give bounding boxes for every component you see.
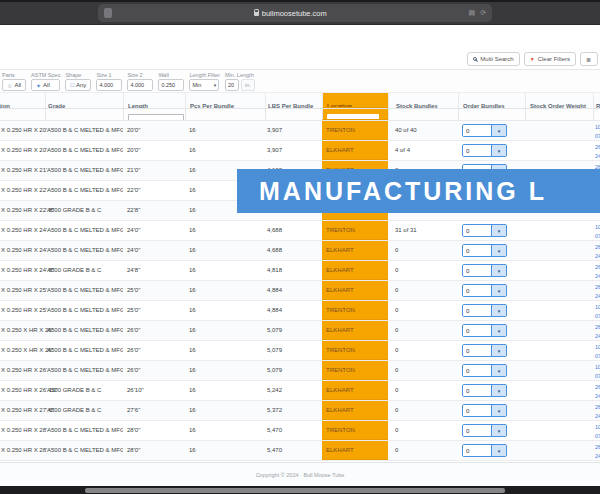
clipped-edge-button[interactable]: ≣ <box>580 52 598 66</box>
rolling-link[interactable]: 24 <box>595 252 600 261</box>
column-header-order-bundles[interactable]: Order Bundles <box>458 93 525 108</box>
filter-input-size-1[interactable] <box>96 79 122 91</box>
location-column-filter-input[interactable] <box>327 114 379 120</box>
cell-weight <box>525 121 593 140</box>
order-bundles-input[interactable] <box>463 405 491 416</box>
rolling-link[interactable]: 10 <box>595 303 600 312</box>
order-bundles-dropdown[interactable]: ▾ <box>491 385 506 396</box>
cell-pcs: 16 <box>185 421 265 440</box>
rolling-link[interactable]: 07 <box>595 352 600 361</box>
order-bundles-input[interactable] <box>463 385 491 396</box>
cell-grade: A500 B & C MELTED & MFG USA <box>45 141 123 160</box>
multi-search-button[interactable]: Multi Search <box>467 52 519 66</box>
order-bundles-input[interactable] <box>463 365 491 376</box>
rolling-link[interactable]: 10 <box>595 363 600 372</box>
column-header-pcs-per-bundle[interactable]: Pcs Per Bundle <box>185 93 265 108</box>
order-bundles-dropdown[interactable]: ▾ <box>491 405 506 416</box>
rolling-link[interactable]: 07 <box>595 312 600 321</box>
column-header-length[interactable]: Length <box>123 93 185 108</box>
page-settings-icon[interactable]: ▤ <box>469 9 476 17</box>
browser-url-bar[interactable]: bullmoosetube.com ▤ ⟳ <box>98 4 492 22</box>
column-header-description[interactable]: Description <box>0 93 45 108</box>
rolling-link[interactable]: 24 <box>595 452 600 461</box>
filter-input-size-2[interactable] <box>127 79 153 91</box>
order-bundles-input[interactable] <box>463 225 491 236</box>
cell-location: ELKHART <box>322 401 388 420</box>
cell-desc: X 0.250 HR X 26' 10" <box>0 381 45 400</box>
rolling-links-cell: 1007 <box>593 301 600 320</box>
filter-button-parts[interactable]: ☆All <box>2 79 26 91</box>
rolling-link[interactable]: 24 <box>595 332 600 341</box>
rolling-link[interactable]: 24 <box>595 272 600 281</box>
rolling-link[interactable]: 10 <box>595 423 600 432</box>
rolling-link[interactable]: 24 <box>595 152 600 161</box>
cell-length: 26'0" <box>123 321 185 340</box>
order-bundles-dropdown[interactable]: ▾ <box>491 265 506 276</box>
order-bundles-input[interactable] <box>463 325 491 336</box>
order-bundles-input[interactable] <box>463 285 491 296</box>
order-bundles-dropdown[interactable]: ▾ <box>491 145 506 156</box>
filter-input-wall[interactable] <box>158 79 184 91</box>
rolling-link[interactable]: 07 <box>595 372 600 381</box>
rolling-link[interactable]: 24 <box>595 392 600 401</box>
filter-label: Min. Length <box>225 72 255 78</box>
order-bundles-dropdown[interactable]: ▾ <box>491 245 506 256</box>
rolling-link[interactable]: 26 <box>595 383 600 392</box>
clear-filters-button[interactable]: ▼ Clear Filters <box>524 52 576 66</box>
order-bundles-dropdown[interactable]: ▾ <box>491 445 506 456</box>
rolling-link[interactable]: 07 <box>595 432 600 441</box>
order-bundles-dropdown[interactable]: ▾ <box>491 285 506 296</box>
column-header-grade[interactable]: Grade <box>45 93 123 108</box>
order-bundles-input[interactable] <box>463 345 491 356</box>
rolling-link[interactable]: 07 <box>595 132 600 141</box>
filter-input-min-length[interactable] <box>225 79 239 91</box>
extension-icon[interactable] <box>104 8 112 18</box>
order-bundles-input[interactable] <box>463 305 491 316</box>
order-bundles-input[interactable] <box>463 265 491 276</box>
order-bundles-dropdown[interactable]: ▾ <box>491 345 506 356</box>
rolling-link[interactable]: 26 <box>595 283 600 292</box>
rolling-link[interactable]: 26 <box>595 263 600 272</box>
rolling-link[interactable]: 10 <box>595 123 600 132</box>
cell-weight <box>525 321 593 340</box>
cell-lbs: 4,688 <box>265 221 322 240</box>
column-header-stock-order-weight[interactable]: Stock Order Weight <box>525 93 593 108</box>
order-bundles-input[interactable] <box>463 145 491 156</box>
reload-icon[interactable]: ⟳ <box>480 9 486 17</box>
rolling-link[interactable]: 24 <box>595 292 600 301</box>
cell-lbs: 5,470 <box>265 421 322 440</box>
order-bundles-input[interactable] <box>463 425 491 436</box>
order-bundles-dropdown[interactable]: ▾ <box>491 325 506 336</box>
page-footer: Copyright © 2024 · Bull Moose Tube <box>0 462 600 486</box>
window-top-edge <box>0 0 600 2</box>
order-bundles-input[interactable] <box>463 125 491 136</box>
filter-label: Wall <box>158 72 184 78</box>
rolling-link[interactable]: 24 <box>595 412 600 421</box>
order-bundles-dropdown[interactable]: ▾ <box>491 125 506 136</box>
order-bundles-input[interactable] <box>463 245 491 256</box>
filter-button-shape[interactable]: □Any <box>65 79 91 91</box>
rolling-link[interactable]: 26 <box>595 403 600 412</box>
column-header-lbs-per-bundle[interactable]: LBS Per Bundle <box>265 93 322 108</box>
rolling-link[interactable]: 10 <box>595 223 600 232</box>
rolling-link[interactable]: 07 <box>595 232 600 241</box>
column-header-rolling[interactable]: Rolling <box>593 93 600 108</box>
cell-lbs: 4,884 <box>265 301 322 320</box>
order-bundles-dropdown[interactable]: ▾ <box>491 225 506 236</box>
column-header-location[interactable]: Location <box>322 93 388 108</box>
column-header-stock-bundles[interactable]: Stock Bundles <box>388 93 458 108</box>
rolling-link[interactable]: 26 <box>595 243 600 252</box>
length-column-filter-input[interactable] <box>128 114 184 121</box>
order-bundles-dropdown[interactable]: ▾ <box>491 425 506 436</box>
filter-button-astm-spec[interactable]: ✦All <box>31 79 60 91</box>
rolling-link[interactable]: 26 <box>595 323 600 332</box>
order-bundles-cell: ▾ <box>458 321 525 340</box>
rolling-link[interactable]: 26 <box>595 443 600 452</box>
rolling-link[interactable]: 10 <box>595 343 600 352</box>
order-bundles-dropdown[interactable]: ▾ <box>491 365 506 376</box>
cell-lbs: 3,907 <box>265 141 322 160</box>
rolling-link[interactable]: 26 <box>595 143 600 152</box>
filter-select-length-filter[interactable]: Min▾ <box>189 79 219 91</box>
order-bundles-dropdown[interactable]: ▾ <box>491 305 506 316</box>
order-bundles-input[interactable] <box>463 445 491 456</box>
